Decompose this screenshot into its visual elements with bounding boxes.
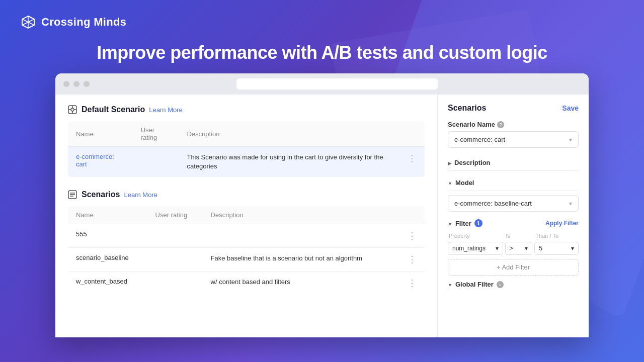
table-row: scenario_baseline Fake baseline that is …	[68, 248, 425, 272]
browser-addressbar	[236, 78, 438, 89]
row-menu-button[interactable]	[399, 147, 425, 177]
browser-window: Default Scenario Learn More Name User ra…	[55, 73, 589, 337]
global-filter-label: Global Filter	[455, 281, 494, 288]
scenario-name-info-icon: ?	[497, 121, 504, 128]
add-filter-button[interactable]: + Add Filter	[448, 259, 579, 276]
browser-chrome	[55, 73, 589, 95]
row-name-555: 555	[68, 224, 147, 248]
filter-left: Filter 1	[448, 219, 482, 228]
row-menu-555[interactable]	[395, 224, 425, 248]
table-row: 555	[68, 224, 425, 248]
filter-collapse-icon	[448, 219, 452, 228]
logo-icon	[20, 14, 36, 30]
filter-is-select[interactable]: > ▾	[505, 242, 533, 255]
filter-property-label: Property	[448, 233, 503, 239]
hero-title: Improve performance with A/B tests and c…	[0, 30, 644, 73]
default-scenario-title: Default Scenario	[82, 105, 145, 114]
filter-header: Filter 1 Apply Filter	[448, 219, 579, 228]
description-toggle[interactable]: Description	[448, 155, 579, 171]
scenarios-icon	[67, 190, 77, 200]
filter-property-chevron: ▾	[496, 245, 499, 252]
default-scenario-learn-more[interactable]: Learn More	[149, 106, 182, 114]
content-area: Default Scenario Learn More Name User ra…	[55, 95, 589, 337]
scenario-name-label: Scenario Name ?	[448, 121, 579, 128]
filter-than-to-select[interactable]: 5 ▾	[534, 242, 579, 255]
default-scenario-header: Default Scenario Learn More	[67, 105, 425, 115]
global-filter-chevron-icon	[448, 281, 452, 288]
apply-filter-button[interactable]: Apply Filter	[545, 220, 579, 227]
default-scenario-col-rating: User rating	[133, 121, 179, 147]
main-panel: Default Scenario Learn More Name User ra…	[55, 95, 438, 337]
filter-count-badge: 1	[474, 219, 482, 227]
scenario-name-link[interactable]: e-commerce: cart	[76, 153, 114, 168]
row-menu-content[interactable]	[395, 272, 425, 295]
model-select[interactable]: e-commerce: baseline-cart ▾	[448, 195, 579, 212]
scenarios-col-name: Name	[68, 206, 147, 224]
model-select-section: e-commerce: baseline-cart ▾	[448, 195, 579, 212]
scenario-description: This Scenario was made for using in the …	[179, 147, 399, 177]
scenarios-col-rating: User rating	[147, 206, 203, 224]
default-scenario-col-name: Name	[68, 121, 133, 147]
scenarios-header: Scenarios Learn More	[67, 190, 425, 200]
scenario-name-select[interactable]: e-commerce: cart ▾	[448, 131, 579, 148]
row-name-content: w_content_based	[68, 272, 147, 295]
row-menu-baseline[interactable]	[395, 248, 425, 272]
brand-name: Crossing Minds	[41, 16, 126, 29]
filter-title: Filter	[455, 220, 471, 227]
table-row: w_content_based w/ content based and fil…	[68, 272, 425, 295]
default-scenario-col-description: Description	[179, 121, 399, 147]
filter-is-label: Is	[505, 233, 533, 239]
filter-than-to-chevron: ▾	[571, 245, 574, 252]
filter-columns-header: Property Is Than / To	[448, 233, 579, 239]
scenarios-learn-more[interactable]: Learn More	[124, 191, 157, 199]
model-chevron: ▾	[569, 200, 572, 207]
filter-section: Filter 1 Apply Filter Property Is Than /…	[448, 219, 579, 281]
scenarios-col-description: Description	[203, 206, 396, 224]
browser-dot-yellow	[73, 81, 79, 87]
browser-dot-green	[84, 81, 90, 87]
filter-row: num_ratings ▾ > ▾ 5 ▾	[448, 242, 579, 255]
right-panel-header: Scenarios Save	[448, 104, 579, 113]
row-desc-baseline: Fake baseline that is a scenario but not…	[203, 248, 396, 272]
right-panel: Scenarios Save Scenario Name ? e-commerc…	[438, 95, 589, 337]
scenarios-table: Name User rating Description 555	[67, 206, 425, 295]
scenario-name-section: Scenario Name ? e-commerce: cart ▾	[448, 121, 579, 148]
filter-property-select[interactable]: num_ratings ▾	[448, 242, 503, 255]
scenarios-title: Scenarios	[82, 190, 120, 199]
scenarios-section: Scenarios Learn More Name User rating De…	[67, 190, 425, 295]
logo: Crossing Minds	[20, 14, 126, 30]
default-scenario-section: Default Scenario Learn More Name User ra…	[67, 105, 425, 177]
scenario-name-chevron: ▾	[569, 136, 572, 143]
svg-point-1	[71, 108, 74, 111]
row-name-baseline: scenario_baseline	[68, 248, 147, 272]
filter-is-chevron: ▾	[525, 245, 528, 252]
default-scenario-table: Name User rating Description e-commerce:…	[67, 121, 425, 177]
browser-dot-red	[63, 81, 69, 87]
table-row: e-commerce: cart This Scenario was made …	[68, 147, 425, 177]
model-chevron-icon	[448, 179, 452, 187]
description-chevron-icon	[448, 159, 451, 166]
model-toggle[interactable]: Model	[448, 175, 579, 191]
right-panel-title: Scenarios	[448, 104, 486, 113]
header: Crossing Minds	[0, 0, 644, 30]
row-desc-content: w/ content based and filters	[203, 272, 396, 295]
save-button[interactable]: Save	[562, 104, 579, 112]
global-filter-section[interactable]: Global Filter i	[448, 281, 579, 288]
default-scenario-icon	[67, 105, 77, 115]
filter-than-to-label: Than / To	[534, 233, 579, 239]
global-filter-info-icon: i	[497, 281, 504, 288]
